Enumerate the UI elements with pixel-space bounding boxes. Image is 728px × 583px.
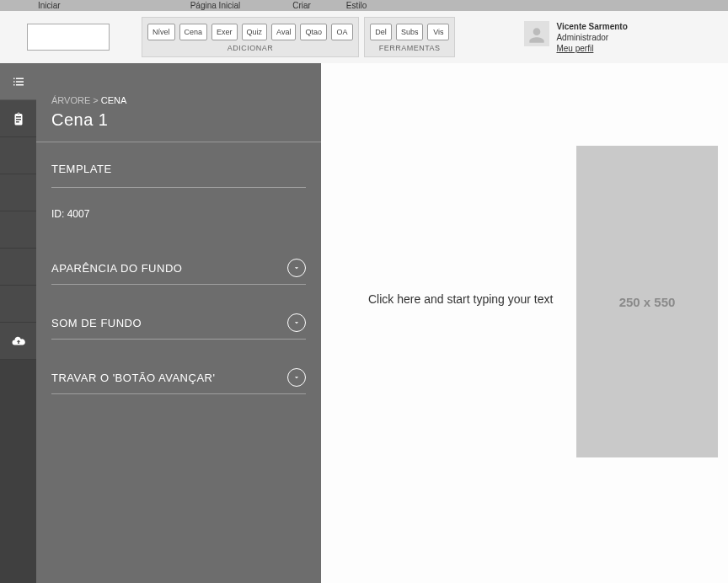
user-name: Vicente Sarmento: [556, 21, 627, 32]
text-placeholder[interactable]: Click here and start typing your text: [368, 292, 553, 306]
toolbar-label-ferramentas: FERRAMENTAS: [379, 44, 441, 52]
accordion-travar[interactable]: TRAVAR O 'BOTÃO AVANÇAR': [36, 340, 321, 393]
image-placeholder[interactable]: 250 x 550: [576, 146, 718, 457]
user-area: Vicente Sarmento Administrador Meu perfi…: [524, 21, 627, 54]
accordion-travar-label: TRAVAR O 'BOTÃO AVANÇAR': [51, 372, 215, 384]
rail-bottom: [0, 360, 36, 583]
menu-estilo[interactable]: Estilo: [340, 1, 373, 10]
main: ÁRVORE > CENA Cena 1 TEMPLATE ID: 4007 A…: [0, 63, 728, 583]
tool-nivel[interactable]: Nível: [147, 24, 175, 40]
avatar: [524, 21, 549, 46]
cloud-upload-icon: [11, 334, 26, 349]
user-profile-link[interactable]: Meu perfil: [556, 43, 627, 54]
rail-slot-6[interactable]: [0, 249, 36, 286]
properties-panel: ÁRVORE > CENA Cena 1 TEMPLATE ID: 4007 A…: [36, 63, 321, 583]
tool-subs[interactable]: Subs: [396, 24, 424, 40]
rail-slot-3[interactable]: [0, 137, 36, 174]
user-icon: [526, 24, 548, 46]
page-title: Cena 1: [36, 109, 321, 142]
rail-clipboard[interactable]: [0, 100, 36, 137]
rail-slot-4[interactable]: [0, 174, 36, 211]
rail-tree[interactable]: [0, 63, 36, 100]
section-template-label: TEMPLATE: [51, 163, 306, 175]
list-icon: [11, 74, 26, 89]
user-role: Administrador: [556, 32, 627, 43]
accordion-som[interactable]: SOM DE FUNDO: [36, 285, 321, 339]
toolbar-group-adicionar: Nível Cena Exer Quiz Aval Qtao OA ADICIO…: [142, 17, 359, 57]
tool-cena[interactable]: Cena: [179, 24, 208, 40]
rail-slot-5[interactable]: [0, 211, 36, 249]
logo-placeholder: [27, 24, 110, 51]
chevron-down-icon[interactable]: [287, 313, 306, 332]
tool-del[interactable]: Del: [370, 24, 392, 40]
chevron-down-icon[interactable]: [287, 368, 306, 387]
icon-rail: [0, 63, 36, 583]
canvas: Click here and start typing your text 25…: [321, 63, 728, 583]
toolbar-label-adicionar: ADICIONAR: [228, 44, 274, 52]
tool-oa[interactable]: OA: [331, 24, 353, 40]
toolbar-group-ferramentas: Del Subs Vis FERRAMENTAS: [364, 17, 456, 57]
rail-upload[interactable]: [0, 323, 36, 360]
tool-exer[interactable]: Exer: [211, 24, 238, 40]
accordion-aparencia[interactable]: APARÊNCIA DO FUNDO: [36, 230, 321, 284]
tool-aval[interactable]: Aval: [271, 24, 296, 40]
menu-criar[interactable]: Criar: [286, 1, 318, 10]
header: Nível Cena Exer Quiz Aval Qtao OA ADICIO…: [0, 11, 728, 63]
breadcrumb: ÁRVORE > CENA: [36, 63, 321, 109]
breadcrumb-current: CENA: [101, 95, 127, 105]
tool-quiz[interactable]: Quiz: [242, 24, 268, 40]
menu-iniciar[interactable]: Iniciar: [31, 1, 67, 10]
menu-pagina-inicial[interactable]: Página Inicial: [184, 1, 247, 10]
tool-vis[interactable]: Vis: [427, 24, 449, 40]
chevron-down-icon[interactable]: [287, 259, 306, 277]
template-id: ID: 4007: [36, 188, 321, 230]
tool-qtao[interactable]: Qtao: [300, 24, 327, 40]
breadcrumb-root[interactable]: ÁRVORE: [51, 95, 90, 105]
clipboard-icon: [11, 111, 26, 126]
rail-slot-7[interactable]: [0, 286, 36, 323]
accordion-som-label: SOM DE FUNDO: [51, 317, 142, 329]
menubar: Iniciar Página Inicial Criar Estilo: [0, 0, 728, 11]
accordion-aparencia-label: APARÊNCIA DO FUNDO: [51, 262, 182, 275]
